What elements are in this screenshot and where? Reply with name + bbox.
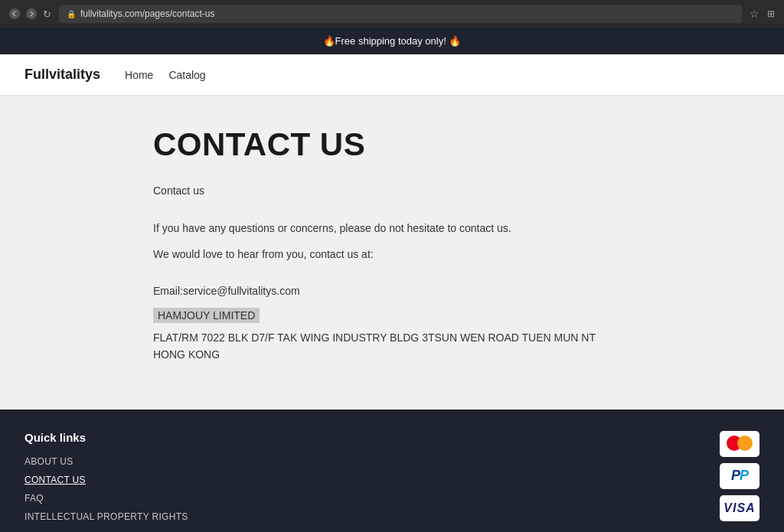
address-line2: HONG KONG	[153, 348, 220, 361]
bookmark-icon[interactable]: ☆	[750, 8, 760, 20]
contact-subtitle: Contact us	[153, 184, 760, 197]
mastercard-payment	[720, 431, 760, 457]
nav-home[interactable]: Home	[125, 69, 153, 81]
browser-forward-btn[interactable]	[26, 8, 37, 19]
url-text: fullvitalitys.com/pages/contact-us	[80, 8, 214, 19]
site-logo[interactable]: Fullvitalitys	[24, 67, 100, 83]
address-line1: FLAT/RM 7022 BLK D7/F TAK WING INDUSTRY …	[153, 331, 596, 344]
paypal-icon: PP	[730, 468, 750, 484]
promo-text: 🔥Free shipping today only! 🔥	[323, 35, 462, 47]
lock-icon: 🔒	[67, 10, 76, 18]
footer-ip-rights[interactable]: INTELLECTUAL PROPERTY RIGHTS	[24, 511, 188, 522]
visa-payment: VISA	[720, 495, 760, 521]
paypal-payment: PP	[720, 463, 760, 489]
main-content: CONTACT US Contact us If you have any qu…	[0, 96, 784, 410]
browser-controls: ↻	[9, 8, 51, 20]
address-bar[interactable]: 🔒 fullvitalitys.com/pages/contact-us	[59, 5, 742, 23]
promo-banner: 🔥Free shipping today only! 🔥	[0, 28, 784, 54]
reload-button[interactable]: ↻	[43, 8, 51, 20]
payment-icons: PP VISA	[720, 431, 760, 521]
footer-inner: Quick links ABOUT US CONTACT US FAQ INTE…	[24, 431, 760, 530]
footer-faq[interactable]: FAQ	[24, 493, 188, 504]
company-address: FLAT/RM 7022 BLK D7/F TAK WING INDUSTRY …	[153, 329, 612, 364]
footer-links-section: Quick links ABOUT US CONTACT US FAQ INTE…	[24, 431, 188, 530]
visa-icon: VISA	[724, 501, 755, 515]
site-footer: Quick links ABOUT US CONTACT US FAQ INTE…	[0, 410, 784, 532]
site-header: Fullvitalitys Home Catalog	[0, 54, 784, 96]
company-name: HAMJOUY LIMITED	[153, 308, 260, 323]
browser-back-btn[interactable]	[9, 8, 20, 19]
contact-para2: We would love to hear from you, contact …	[153, 246, 760, 263]
site-nav: Home Catalog	[125, 69, 206, 81]
page-title: CONTACT US	[153, 126, 760, 163]
mastercard-icon	[727, 436, 753, 452]
footer-heading: Quick links	[24, 431, 188, 444]
extensions-icon[interactable]: ⊞	[767, 8, 775, 19]
footer-about-us[interactable]: ABOUT US	[24, 456, 188, 467]
nav-catalog[interactable]: Catalog	[168, 69, 205, 81]
contact-para1: If you have any questions or concerns, p…	[153, 220, 760, 237]
contact-email: Email:service@fullvitalitys.com	[153, 285, 760, 297]
browser-chrome: ↻ 🔒 fullvitalitys.com/pages/contact-us ☆…	[0, 0, 784, 28]
footer-contact-us[interactable]: CONTACT US	[24, 475, 188, 485]
mc-orange-circle	[737, 436, 753, 451]
